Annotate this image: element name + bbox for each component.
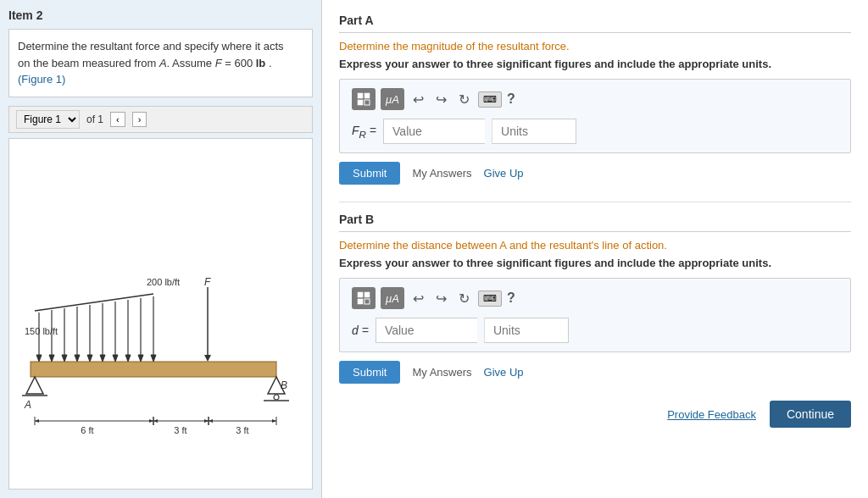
- part-a-units-input[interactable]: [492, 119, 576, 144]
- svg-rect-57: [364, 292, 370, 297]
- redo-button-a[interactable]: ↪: [432, 90, 450, 109]
- svg-marker-6: [62, 355, 67, 362]
- svg-text:200 lb/ft: 200 lb/ft: [147, 277, 180, 287]
- part-b-title: Part B: [339, 213, 851, 232]
- part-a-answer-box: μA ↩ ↪ ↻ ⌨ ? FR =: [339, 79, 851, 153]
- separator: [339, 202, 851, 202]
- mu-button-b[interactable]: μA: [381, 287, 404, 309]
- svg-marker-16: [125, 355, 131, 362]
- part-a-give-up-link[interactable]: Give Up: [484, 167, 524, 180]
- part-b-value-input[interactable]: [376, 318, 477, 343]
- undo-button-a[interactable]: ↩: [409, 90, 427, 109]
- keyboard-button-a[interactable]: ⌨: [478, 91, 502, 108]
- svg-rect-53: [364, 93, 370, 98]
- svg-text:6 ft: 6 ft: [81, 425, 93, 435]
- svg-text:F: F: [204, 276, 211, 288]
- undo-button-b[interactable]: ↩: [409, 289, 427, 308]
- svg-rect-56: [358, 292, 363, 297]
- part-b-answer-box: μA ↩ ↪ ↻ ⌨ ? d =: [339, 278, 851, 352]
- figure-link[interactable]: (Figure 1): [18, 73, 65, 86]
- svg-marker-43: [153, 419, 158, 423]
- part-a-action-row: Submit My Answers Give Up: [339, 162, 851, 185]
- part-b-action-row: Submit My Answers Give Up: [339, 361, 851, 384]
- part-a-instruction: Express your answer to three significant…: [339, 58, 851, 70]
- refresh-button-a[interactable]: ↻: [455, 90, 473, 109]
- part-a-my-answers-link[interactable]: My Answers: [412, 167, 471, 180]
- svg-text:3 ft: 3 ft: [174, 425, 186, 435]
- beam-diagram: 150 lb/ft 200 lb/ft F A B 6 ft: [18, 252, 306, 455]
- svg-marker-14: [113, 355, 118, 362]
- svg-marker-49: [209, 419, 213, 423]
- part-a-submit-button[interactable]: Submit: [339, 162, 400, 185]
- svg-marker-50: [272, 419, 276, 423]
- svg-rect-59: [364, 299, 370, 304]
- bottom-actions: Provide Feedback Continue: [339, 401, 851, 428]
- svg-point-31: [274, 395, 279, 400]
- part-a-toolbar: μA ↩ ↪ ↻ ⌨ ?: [352, 88, 838, 110]
- part-b-input-row: d =: [352, 318, 838, 343]
- part-b-submit-button[interactable]: Submit: [339, 361, 400, 384]
- svg-marker-44: [204, 419, 209, 423]
- svg-marker-37: [35, 419, 39, 423]
- problem-text-line2: on the beam measured from A. Assume F = …: [18, 57, 272, 69]
- part-b-my-answers-link[interactable]: My Answers: [412, 366, 471, 379]
- svg-marker-4: [49, 355, 54, 362]
- part-b-description: Determine the distance between A and the…: [339, 239, 851, 252]
- continue-button[interactable]: Continue: [770, 401, 851, 428]
- help-icon-b[interactable]: ?: [507, 290, 515, 306]
- d-label: d =: [352, 324, 369, 337]
- redo-button-b[interactable]: ↪: [432, 289, 450, 308]
- part-b-instruction: Express your answer to three significant…: [339, 257, 851, 269]
- figure-select[interactable]: Figure 1: [16, 110, 80, 129]
- part-a-value-input[interactable]: [383, 119, 485, 144]
- part-a-section: Part A Determine the magnitude of the re…: [339, 14, 851, 185]
- problem-text-line1: Determine the resultant force and specif…: [18, 40, 284, 53]
- svg-marker-12: [100, 355, 105, 362]
- figure-area: 150 lb/ft 200 lb/ft F A B 6 ft: [8, 138, 313, 490]
- next-figure-button[interactable]: ›: [132, 112, 147, 127]
- svg-text:150 lb/ft: 150 lb/ft: [25, 326, 58, 336]
- svg-marker-2: [36, 355, 42, 362]
- part-b-units-input[interactable]: [484, 318, 569, 343]
- svg-text:A: A: [24, 399, 31, 411]
- item-title: Item 2: [8, 8, 313, 22]
- prev-figure-button[interactable]: ‹: [110, 112, 125, 127]
- svg-rect-54: [358, 100, 363, 105]
- part-a-title: Part A: [339, 14, 851, 33]
- refresh-button-b[interactable]: ↻: [455, 289, 473, 308]
- keyboard-button-b[interactable]: ⌨: [478, 290, 502, 307]
- figure-nav: Figure 1 of 1 ‹ ›: [8, 106, 313, 133]
- part-b-give-up-link[interactable]: Give Up: [484, 366, 524, 379]
- part-a-input-row: FR =: [352, 119, 838, 144]
- help-icon-a[interactable]: ?: [507, 91, 515, 107]
- svg-marker-38: [149, 419, 153, 423]
- svg-rect-26: [31, 362, 276, 377]
- matrix-button-a[interactable]: [352, 88, 376, 110]
- left-panel: Item 2 Determine the resultant force and…: [0, 0, 322, 498]
- provide-feedback-link[interactable]: Provide Feedback: [667, 408, 756, 421]
- part-b-toolbar: μA ↩ ↪ ↻ ⌨ ?: [352, 287, 838, 309]
- part-b-section: Part B Determine the distance between A …: [339, 213, 851, 384]
- right-panel: Part A Determine the magnitude of the re…: [322, 0, 868, 498]
- fr-label: FR =: [352, 124, 376, 140]
- svg-rect-55: [364, 100, 370, 105]
- svg-rect-58: [358, 299, 363, 304]
- svg-marker-27: [26, 377, 43, 394]
- figure-of-label: of 1: [86, 113, 103, 125]
- svg-marker-25: [204, 355, 211, 362]
- svg-marker-8: [75, 355, 80, 362]
- svg-line-0: [35, 294, 153, 311]
- part-a-description: Determine the magnitude of the resultant…: [339, 40, 851, 53]
- svg-marker-18: [138, 355, 143, 362]
- svg-text:B: B: [281, 379, 287, 391]
- svg-marker-20: [151, 355, 156, 362]
- svg-rect-52: [358, 93, 363, 98]
- svg-marker-10: [87, 355, 92, 362]
- mu-button-a[interactable]: μA: [381, 88, 404, 110]
- svg-text:3 ft: 3 ft: [236, 425, 248, 435]
- problem-box: Determine the resultant force and specif…: [8, 29, 313, 97]
- matrix-button-b[interactable]: [352, 287, 376, 309]
